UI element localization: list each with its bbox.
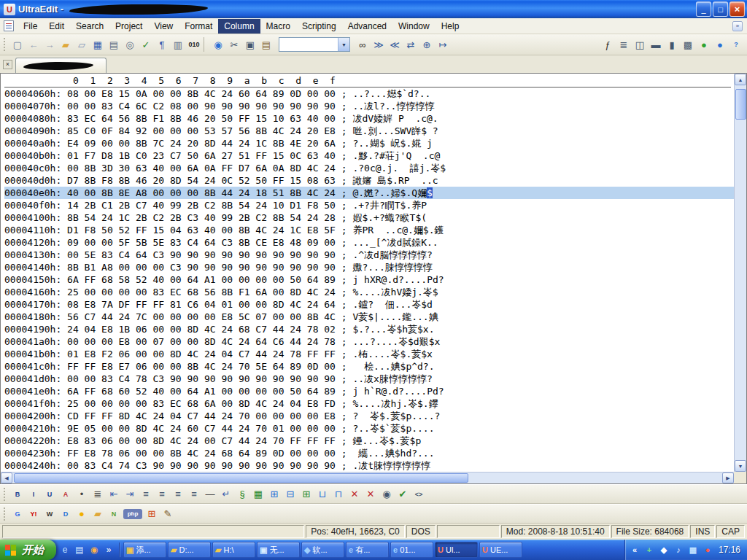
separator[interactable] [204,37,209,52]
browser-view-icon[interactable]: ◉ [210,37,226,52]
help-icon[interactable]: ? [728,37,744,52]
clock[interactable]: 17:16 [719,545,740,555]
horizontal-rule-icon[interactable]: — [202,486,218,502]
hex-row[interactable]: 000041e0h: 6A FF 68 60 52 40 00 64 A1 00… [4,385,734,397]
line-break-icon[interactable]: ↵ [218,486,234,502]
vertical-scroll-track[interactable] [735,85,746,460]
horizontal-scrollbar[interactable]: ◀ ▶ [1,472,734,483]
scroll-up-icon[interactable]: ▲ [735,74,746,85]
back-icon[interactable]: ← [26,37,42,52]
ie-quicklaunch-icon[interactable]: e [58,543,71,556]
new-file-icon[interactable]: ▢ [9,37,26,52]
hex-row[interactable]: 00004110h: D1 F8 50 52 FF 15 04 63 40 00… [4,224,734,236]
spell-check-icon[interactable]: ✓ [138,37,154,52]
justify-icon[interactable]: ≡ [186,486,202,502]
chevron-down-icon[interactable]: ▼ [338,38,349,51]
cut-icon[interactable]: ✂ [226,37,242,52]
column-mode-icon[interactable]: ▥ [170,37,186,52]
search-combobox[interactable]: ▼ [279,37,350,52]
hex-row[interactable]: 000041f0h: 25 00 00 00 00 83 EC 68 6A 00… [4,397,734,410]
network-tray-icon[interactable]: ▦ [687,544,699,556]
close-button[interactable]: × [729,1,745,17]
find-next-icon[interactable]: ≫ [371,37,387,52]
delete-row-icon[interactable]: ✕ [347,486,363,502]
tile-vertical-icon[interactable]: ▮ [664,37,680,52]
hex-row[interactable]: 00004230h: FF E8 78 06 00 00 8B 4C 24 68… [4,447,734,459]
edit-pencil-icon[interactable]: ✎ [160,506,176,521]
macro-record-icon[interactable]: ● [712,37,728,52]
taskbar-button[interactable]: ▰D:... [168,542,211,558]
scroll-down-icon[interactable]: ▼ [735,460,746,472]
goto-icon[interactable]: ↦ [435,37,451,52]
vertical-scroll-thumb[interactable] [735,89,746,120]
hex-row[interactable]: 000040a0h: E4 09 00 00 8B 7C 24 20 8D 44… [4,137,734,149]
delete-column-icon[interactable]: ✕ [363,486,379,502]
show-desktop-icon[interactable]: ▤ [73,543,86,556]
close-pane-button[interactable]: × [3,60,12,69]
menu-item-view[interactable]: View [148,19,179,34]
hex-row[interactable]: 00004200h: CD FF FF 8D 4C 24 04 C7 44 24… [4,410,734,422]
taskbar-button-ultraedit-active[interactable]: UUl... [435,542,478,558]
bullet-list-icon[interactable]: • [74,486,90,502]
taskbar-button[interactable]: ▣添... [123,542,166,558]
maximize-button[interactable]: □ [713,1,728,17]
menu-item-file[interactable]: File [18,19,43,34]
hex-row[interactable]: 000041d0h: 00 00 83 C4 78 C3 90 90 90 90… [4,373,734,385]
underline-icon[interactable]: U [42,486,58,502]
taskbar-button[interactable]: UUE... [479,542,522,558]
hex-row[interactable]: 00004170h: 08 E8 7A DF FF FF 81 C6 04 01… [4,298,734,311]
hex-row[interactable]: 000041b0h: 01 E8 F2 06 00 00 8D 4C 24 04… [4,348,734,360]
anchor-icon[interactable]: § [234,486,250,502]
hex-row[interactable]: 00004090h: 85 C0 0F 84 92 00 00 00 53 57… [4,125,734,137]
tag-list-icon[interactable]: ≣ [616,37,632,52]
hex-row[interactable]: 00004060h: 08 00 E8 15 0A 00 00 8B 4C 24… [4,88,734,100]
image-icon[interactable]: ▦ [250,486,266,502]
find-in-files-icon[interactable]: ⊕ [419,37,435,52]
notepad-icon[interactable]: N [106,506,122,521]
print-preview-icon[interactable]: ◎ [122,37,138,52]
hex-row[interactable]: 00004240h: 00 83 C4 74 C3 90 90 90 90 90… [4,459,734,472]
print-icon[interactable]: ▤ [106,37,122,52]
hex-row[interactable]: 000040b0h: 01 F7 D8 1B C0 23 C7 50 6A 27… [4,149,734,162]
security-tray-icon[interactable]: ● [702,544,713,556]
hex-row[interactable]: 00004070h: 00 00 83 C4 6C C2 08 00 90 90… [4,100,734,112]
taskbar-button[interactable]: e有... [346,542,389,558]
numbered-list-icon[interactable]: ≣ [90,486,106,502]
word-wrap-icon[interactable]: ¶ [154,37,170,52]
hex-row[interactable]: 00004190h: 24 04 E8 1B 06 00 00 8D 4C 24… [4,323,734,335]
hex-row[interactable]: 000040f0h: 14 2B C1 2B C7 40 99 2B C2 8B… [4,199,734,211]
clean-html-icon[interactable]: ✔ [395,486,411,502]
php-icon[interactable]: php [123,509,142,519]
hex-edit-icon[interactable]: 010 [186,37,202,52]
merge-cells-icon[interactable]: ⊔ [314,486,330,502]
split-cell-icon[interactable]: ⊓ [330,486,347,502]
menu-overflow-icon[interactable]: » [732,21,743,31]
hex-row[interactable]: 00004150h: 6A FF 68 58 52 40 00 64 A1 00… [4,273,734,286]
hex-row[interactable]: 00004140h: 8B B1 A8 00 00 00 C3 90 90 90… [4,261,734,273]
insert-row-icon[interactable]: ⊟ [282,486,298,502]
hex-row[interactable]: 00004210h: 9E 05 00 00 8D 4C 24 60 C7 44… [4,422,734,435]
ftp-open-icon[interactable]: ▱ [74,37,90,52]
tray-chevron-icon[interactable]: « [629,544,640,556]
italic-icon[interactable]: I [26,486,42,502]
align-right-icon[interactable]: ≡ [170,486,186,502]
file-tab[interactable] [15,58,107,73]
menu-item-window[interactable]: Window [392,19,436,34]
menu-item-macro[interactable]: Macro [260,19,296,34]
scroll-right-icon[interactable]: ▶ [722,472,734,483]
taskbar-button[interactable]: e01... [390,542,433,558]
font-color-icon[interactable]: A [58,486,74,502]
menu-item-edit[interactable]: Edit [43,19,70,34]
function-list-icon[interactable]: ƒ [600,37,616,52]
hex-row[interactable]: 00004120h: 09 00 00 5F 5B 5E 83 C4 64 C3… [4,236,734,249]
menu-item-scripting[interactable]: Scripting [296,19,342,34]
forward-icon[interactable]: → [42,37,58,52]
hex-row[interactable]: 00004130h: 00 5E 83 C4 64 C3 90 90 90 90… [4,249,734,261]
view-source-icon[interactable]: <> [411,486,427,502]
macro-play-icon[interactable]: ● [696,37,712,52]
hex-row[interactable]: 000041a0h: 00 00 00 E8 00 07 00 00 8D 4C… [4,335,734,348]
hex-row[interactable]: 00004220h: E8 83 06 00 00 8D 4C 24 00 C7… [4,435,734,447]
hex-row[interactable]: 000040c0h: 00 8B 3D 30 63 40 00 6A 0A FF… [4,162,734,174]
indent-icon[interactable]: ⇥ [122,486,138,502]
scroll-left-icon[interactable]: ◀ [1,472,12,483]
